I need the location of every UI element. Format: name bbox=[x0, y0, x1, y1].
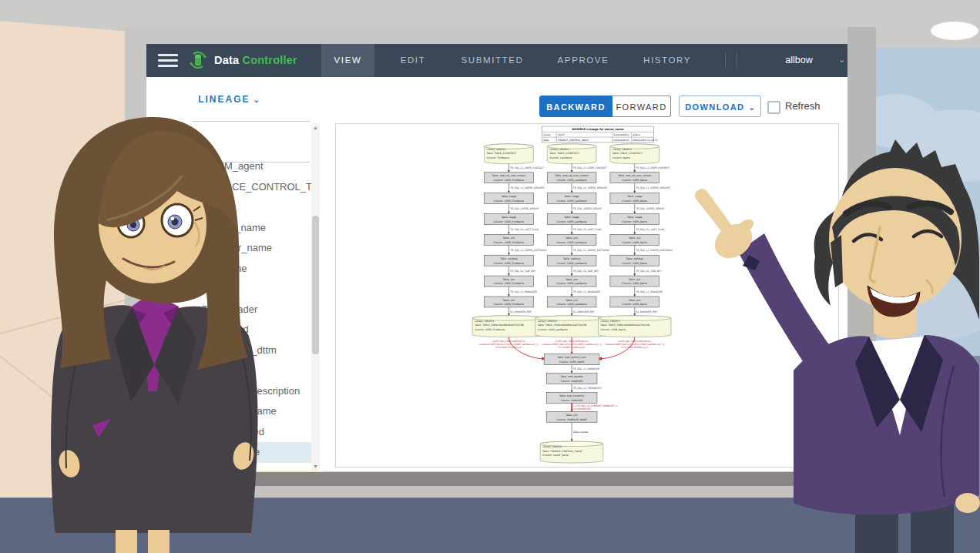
svg-text:Table: TABLE_223807b27: Table: TABLE_223807b27 bbox=[612, 152, 643, 155]
svg-text:Generated on: Generated on bbox=[613, 139, 629, 142]
lineage-mode-select[interactable]: LINEAGE⌄ bbox=[146, 94, 311, 105]
svg-text:Table: web_hierarchy: Table: web_hierarchy bbox=[559, 394, 585, 397]
tab-view[interactable]: VIEW bbox=[321, 44, 374, 77]
svg-text:Table: Table bbox=[542, 139, 549, 142]
svg-text:TR_SQL_L1_USERS_GROUPS: TR_SQL_L1_USERS_GROUPS bbox=[509, 186, 545, 189]
backward-button[interactable]: BACKWARD bbox=[539, 96, 612, 117]
svg-text:S1_DIMUSER_REF: S1_DIMUSER_REF bbox=[510, 310, 532, 313]
svg-text:Table: join: Table: join bbox=[502, 236, 515, 240]
svg-text:TR_SQL_L1_HIERARCHY: TR_SQL_L1_HIERARCHY bbox=[572, 387, 602, 390]
svg-text:Table: join: Table: join bbox=[628, 278, 641, 281]
transform-node[interactable]: Table: joinColumn: USER_LastName bbox=[547, 234, 596, 245]
svg-text:TR_SQL_USERS_GROUP: TR_SQL_USERS_GROUP bbox=[635, 207, 664, 210]
transform-node[interactable]: Table: joinColumn: USER_FirstName bbox=[485, 297, 534, 307]
svg-text:Table: webdup: Table: webdup bbox=[499, 257, 517, 260]
man-presenter-illustration bbox=[678, 135, 980, 553]
svg-text:Column: USER_LastName: Column: USER_LastName bbox=[557, 179, 587, 182]
transform-node[interactable]: Table: usageColumn: USER_FirstName bbox=[485, 193, 534, 204]
source-dataset-node[interactable]: Library: LIBLEV1Table: TABLE_223807b27Co… bbox=[485, 144, 534, 164]
svg-text:Column: USER_FirstName: Column: USER_FirstName bbox=[494, 303, 524, 306]
transform-node[interactable]: Table: joinColumn: USER_FirstName bbox=[485, 234, 534, 245]
dim-dataset-node[interactable]: Library: LIBLEV4Table: TABLE_5b99c4bbd6b… bbox=[472, 316, 545, 337]
transform-node[interactable]: Table: web_handlerColumn: HANDLER bbox=[546, 374, 597, 384]
svg-text:Column: USER_Name: Column: USER_Name bbox=[622, 199, 647, 203]
scene: Data Controller VIEWEDITSUBMITTEDAPPROVE… bbox=[0, 0, 980, 553]
brand-suffix: Controller bbox=[242, 54, 297, 66]
svg-text:Column: USER_FirstName: Column: USER_FirstName bbox=[494, 199, 524, 203]
source-dataset-node[interactable]: Library: LIBLEV1Table: TABLE_223807b27Co… bbox=[610, 144, 659, 164]
tab-history[interactable]: HISTORY bbox=[633, 44, 701, 77]
svg-text:Table: TABLE_223807b27: Table: TABLE_223807b27 bbox=[549, 152, 579, 155]
transform-node[interactable]: Table: joinColumn: USER_LastName bbox=[547, 276, 596, 287]
chevron-down-icon: ⌄ bbox=[253, 96, 259, 104]
transform-node[interactable]: Table: web_sql_user_contactColumn: USER_… bbox=[485, 173, 534, 183]
chevron-down-icon[interactable]: ⌄ bbox=[838, 44, 845, 77]
brand-prefix: Data bbox=[214, 54, 239, 66]
transform-node[interactable]: Table: usageColumn: USER_Name bbox=[610, 213, 659, 224]
svg-text:Column: USER_Name: Column: USER_Name bbox=[622, 179, 647, 182]
svg-text:Library: LIBLEV4: Library: LIBLEV4 bbox=[475, 320, 494, 323]
transform-node[interactable]: Table: usageColumn: USER_FirstName bbox=[485, 213, 534, 224]
download-button[interactable]: DOWNLOAD⌄ bbox=[679, 96, 761, 117]
svg-text:Table: FINANCE_CONTROL_TABLE: Table: FINANCE_CONTROL_TABLE bbox=[542, 450, 582, 453]
transform-node[interactable]: Table: web_sql_user_contactColumn: USER_… bbox=[547, 173, 596, 183]
scroll-up-icon[interactable]: ▲ bbox=[311, 123, 320, 132]
transform-node[interactable]: Table: webdupColumn: USER_Name bbox=[610, 255, 659, 266]
user-menu[interactable]: allbow bbox=[749, 44, 847, 77]
transform-node[interactable]: Table: joinColumn: USER_Name bbox=[610, 234, 659, 245]
source-dataset-node[interactable]: Library: LIBLEV1Table: TABLE_223807b27Co… bbox=[547, 144, 596, 164]
refresh-cache-label: Refresh Cache bbox=[785, 96, 847, 117]
transform-node[interactable]: Table: webdupColumn: USER_FirstName bbox=[485, 255, 534, 266]
dim-dataset-node[interactable]: Library: LIBLEV4Table: TABLE_5b99c4bbd6b… bbox=[535, 316, 609, 337]
svg-text:Table: webdup: Table: webdup bbox=[562, 257, 580, 260]
svg-text:Column: HANDLER_NAME: Column: HANDLER_NAME bbox=[556, 418, 586, 421]
transform-node[interactable]: Table: joinColumn: USER_Name bbox=[610, 276, 659, 287]
transform-node[interactable]: Table: web_hierarchyColumn: HANDLER bbox=[546, 392, 597, 403]
svg-text:Table: join: Table: join bbox=[565, 414, 578, 417]
svg-text:trim(USER_FirstName))): trim(USER_FirstName))) bbox=[622, 346, 648, 349]
target-dataset-node[interactable]: Library: LIBLEV5Table: FINANCE_CONTROL_T… bbox=[540, 441, 603, 463]
svg-text:TR_SQL_S1_SUB_KEY: TR_SQL_S1_SUB_KEY bbox=[572, 270, 599, 273]
svg-text:Column: owner_name: Column: owner_name bbox=[542, 454, 569, 457]
svg-text:Column: USER_Name: Column: USER_Name bbox=[600, 328, 626, 331]
transform-node[interactable]: Table: joinColumn: USER_LastName bbox=[547, 297, 596, 307]
svg-text:Library: LIBLEV5: Library: LIBLEV5 bbox=[542, 445, 562, 448]
tab-approve[interactable]: APPROVE bbox=[533, 44, 633, 77]
scroll-down-icon[interactable]: ▼ bbox=[311, 462, 320, 471]
download-label: DOWNLOAD bbox=[685, 102, 744, 112]
svg-text:libdc5: libdc5 bbox=[558, 133, 565, 136]
navbar-divider bbox=[725, 52, 726, 69]
svg-text:TR_SQL_L1_USER_CONTACT: TR_SQL_L1_USER_CONTACT bbox=[509, 166, 544, 169]
svg-text:Column: USER_FirstName: Column: USER_FirstName bbox=[494, 262, 524, 265]
hamburger-menu-icon[interactable] bbox=[158, 54, 178, 67]
transform-node[interactable]: Table: joinColumn: USER_Name bbox=[610, 297, 659, 307]
transform-node[interactable]: Table: usageColumn: USER_LastName bbox=[547, 213, 596, 224]
svg-text:Column: USER_Name: Column: USER_Name bbox=[622, 282, 647, 285]
scrollbar-thumb[interactable] bbox=[312, 216, 319, 354]
transform-node[interactable]: Table: joinColumn: HANDLER_NAME bbox=[546, 411, 597, 422]
transform-node[interactable]: Table: usageColumn: USER_LastName bbox=[547, 193, 596, 204]
svg-text:Table: TABLE_5b99c4bbd6b642a5: Table: TABLE_5b99c4bbd6b642a535a7d6 bbox=[599, 323, 649, 327]
svg-text:TR_SQL_USERS_GROUP: TR_SQL_USERS_GROUP bbox=[572, 207, 602, 210]
svg-text:TR_SQL_S1_LAST_FLAG: TR_SQL_S1_LAST_FLAG bbox=[509, 228, 539, 231]
svg-text:TR_SQL_L1_USERS_DISTINGUI: TR_SQL_L1_USERS_DISTINGUI bbox=[635, 249, 673, 252]
svg-text:Table: web_sql_user_contact: Table: web_sql_user_contact bbox=[617, 174, 652, 177]
sidebar-scrollbar[interactable]: ▲ ▼ bbox=[311, 123, 320, 471]
transform-node[interactable]: Table: web_sql_user_contactColumn: USER_… bbox=[610, 173, 659, 183]
transform-node[interactable]: Table: joinColumn: USER_FirstName bbox=[485, 276, 534, 287]
refresh-cache-checkbox[interactable] bbox=[767, 101, 780, 114]
tab-edit[interactable]: EDIT bbox=[374, 44, 451, 77]
svg-text:Library: LIBLEV1: Library: LIBLEV1 bbox=[487, 148, 506, 151]
svg-text:Column: USER_LastName: Column: USER_LastName bbox=[557, 282, 587, 285]
transform-node[interactable]: Table: usageColumn: USER_Name bbox=[610, 193, 659, 204]
navbar: Data Controller VIEWEDITSUBMITTEDAPPROVE… bbox=[146, 44, 847, 77]
tab-submitted[interactable]: SUBMITTED bbox=[451, 44, 533, 77]
dim-dataset-node[interactable]: Library: LIBLEV4Table: TABLE_5b99c4bbd6b… bbox=[598, 316, 671, 337]
svg-text:TR_SQL_L1_USERS_GROUPS: TR_SQL_L1_USERS_GROUPS bbox=[572, 186, 608, 189]
merge-node[interactable]: Table: web_distinct_userColumn: USER_NAM… bbox=[544, 354, 599, 365]
svg-text:TR_SQL_L1_MANAGER: TR_SQL_L1_MANAGER bbox=[572, 290, 601, 293]
forward-button[interactable]: FORWARD bbox=[612, 96, 671, 117]
svg-text:Table: web_sql_user_contact: Table: web_sql_user_contact bbox=[492, 174, 526, 177]
transform-node[interactable]: Table: webdupColumn: USER_LastName bbox=[547, 255, 596, 266]
svg-text:REVERSE Lineage for owner_name: REVERSE Lineage for owner_name bbox=[572, 128, 624, 131]
